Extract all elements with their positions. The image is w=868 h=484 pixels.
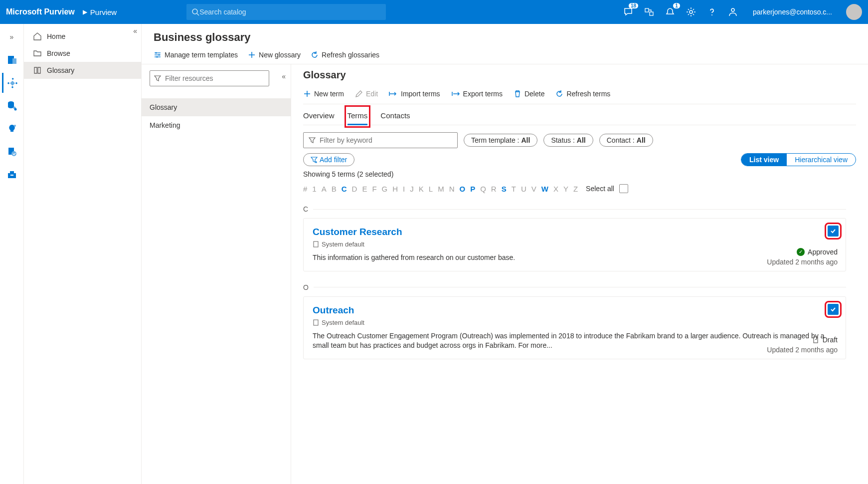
tab-overview[interactable]: Overview	[303, 108, 335, 125]
manage-templates-button[interactable]: Manage term templates	[154, 51, 238, 59]
rail-item-policy[interactable]	[2, 142, 22, 162]
person-icon[interactable]	[727, 6, 739, 18]
filter-resources-input[interactable]	[165, 74, 265, 82]
search-input[interactable]	[199, 8, 381, 16]
alpha-letter[interactable]: K	[419, 185, 424, 193]
help-icon[interactable]	[706, 6, 718, 18]
breadcrumb[interactable]: Purview	[90, 8, 117, 16]
feedback-icon[interactable]: 18	[622, 6, 634, 18]
term-updated: Updated 2 months ago	[767, 258, 838, 266]
export-terms-button[interactable]: Export terms	[451, 90, 503, 98]
user-email[interactable]: parkerjones@contoso.c...	[753, 8, 832, 16]
alpha-letter[interactable]: #	[303, 185, 307, 193]
alpha-letter[interactable]: W	[541, 185, 548, 193]
keyword-input[interactable]	[320, 136, 452, 144]
alpha-letter[interactable]: M	[438, 185, 444, 193]
alpha-letter[interactable]: X	[553, 185, 558, 193]
tab-terms[interactable]: Terms	[347, 108, 368, 125]
main: Business glossary Manage term templates …	[142, 24, 868, 484]
rail-item-data[interactable]	[2, 96, 22, 116]
settings-icon[interactable]	[685, 6, 697, 18]
alpha-letter[interactable]: T	[512, 185, 516, 193]
alpha-letter[interactable]: O	[459, 185, 465, 193]
avatar[interactable]	[846, 4, 862, 20]
alpha-letter[interactable]: Y	[563, 185, 568, 193]
alpha-letter[interactable]: Z	[573, 185, 578, 193]
collapse-nav-icon[interactable]: «	[133, 27, 137, 35]
term-updated: Updated 2 months ago	[767, 346, 838, 354]
nav-label: Home	[47, 32, 65, 40]
search-box[interactable]	[186, 4, 386, 20]
filter-resources-box[interactable]	[150, 70, 269, 86]
hierarchical-view-button[interactable]: Hierarchical view	[787, 154, 856, 166]
view-toggle: List view Hierarchical view	[741, 153, 856, 166]
template-filter-pill[interactable]: Term template : All	[464, 134, 537, 147]
alpha-letter[interactable]: H	[392, 185, 398, 193]
nav-label: Glossary	[47, 66, 74, 74]
expand-rail-icon[interactable]: »	[2, 27, 22, 47]
term-title[interactable]: Customer Research	[313, 227, 837, 238]
tab-contacts[interactable]: Contacts	[380, 108, 410, 125]
alpha-letter[interactable]: S	[502, 185, 507, 193]
alpha-letter[interactable]: F	[372, 185, 376, 193]
alpha-letter[interactable]: Q	[480, 185, 486, 193]
select-all-label[interactable]: Select all	[586, 185, 614, 193]
keyword-filter-box[interactable]	[303, 132, 458, 148]
refresh-terms-button[interactable]: Refresh terms	[555, 90, 610, 98]
alpha-letter[interactable]: E	[362, 185, 367, 193]
alpha-letter[interactable]: G	[382, 185, 388, 193]
select-all-checkbox[interactable]	[619, 184, 628, 193]
alpha-letter[interactable]: B	[332, 185, 337, 193]
resource-item-glossary[interactable]: Glossary	[142, 98, 291, 116]
alpha-letter[interactable]: U	[521, 185, 526, 193]
showing-label: Showing 5 terms (2 selected)	[303, 170, 856, 178]
app-header: Microsoft Purview ▶ Purview 18 1 parkerj…	[0, 0, 868, 24]
nav-item-browse[interactable]: Browse	[24, 45, 141, 62]
alpha-letter[interactable]: P	[470, 185, 475, 193]
term-checkbox[interactable]	[828, 226, 839, 237]
nav-item-home[interactable]: Home	[24, 28, 141, 45]
alpha-letter[interactable]: D	[352, 185, 357, 193]
approved-icon: ✓	[797, 248, 805, 256]
collapse-resources-icon[interactable]: «	[282, 72, 286, 80]
alpha-letter[interactable]: I	[403, 185, 405, 193]
delete-button[interactable]: Delete	[514, 90, 544, 98]
list-view-button[interactable]: List view	[741, 154, 787, 166]
alpha-letter[interactable]: C	[342, 185, 347, 193]
nav-rail: »	[0, 24, 24, 484]
svg-rect-2	[645, 8, 649, 12]
template-icon	[313, 319, 319, 326]
detail-title: Glossary	[303, 69, 856, 81]
nav-item-glossary[interactable]: Glossary	[24, 62, 141, 79]
term-card[interactable]: Outreach System default The Outreach Cus…	[303, 296, 846, 359]
svg-point-27	[159, 54, 160, 56]
task-icon[interactable]	[643, 6, 655, 18]
term-status: ✓Approved	[797, 248, 838, 256]
term-title[interactable]: Outreach	[313, 305, 837, 316]
term-card[interactable]: Customer Research System default This in…	[303, 218, 846, 271]
alpha-letter[interactable]: N	[449, 185, 455, 193]
term-checkbox[interactable]	[828, 304, 839, 315]
alpha-letter[interactable]: A	[322, 185, 327, 193]
status-filter-pill[interactable]: Status : All	[543, 134, 593, 147]
alpha-letter[interactable]: 1	[312, 185, 316, 193]
rail-item-insights[interactable]	[2, 119, 22, 139]
add-filter-button[interactable]: Add filter	[303, 153, 354, 166]
rail-item-catalog[interactable]	[2, 73, 22, 93]
rail-item-sources[interactable]	[2, 50, 22, 70]
svg-rect-8	[12, 58, 16, 64]
svg-point-0	[192, 9, 197, 14]
term-description: This information is gathered from resear…	[313, 253, 837, 263]
contact-filter-pill[interactable]: Contact : All	[599, 134, 653, 147]
alpha-letter[interactable]: J	[410, 185, 414, 193]
new-term-button[interactable]: New term	[303, 90, 344, 98]
notification-icon[interactable]: 1	[664, 6, 676, 18]
rail-item-management[interactable]	[2, 165, 22, 185]
alpha-letter[interactable]: L	[429, 185, 433, 193]
alpha-letter[interactable]: V	[531, 185, 536, 193]
resource-item-marketing[interactable]: Marketing	[142, 116, 291, 134]
alpha-letter[interactable]: R	[491, 185, 497, 193]
import-terms-button[interactable]: Import terms	[389, 90, 440, 98]
refresh-glossaries-button[interactable]: Refresh glossaries	[311, 51, 379, 59]
new-glossary-button[interactable]: New glossary	[248, 51, 301, 59]
